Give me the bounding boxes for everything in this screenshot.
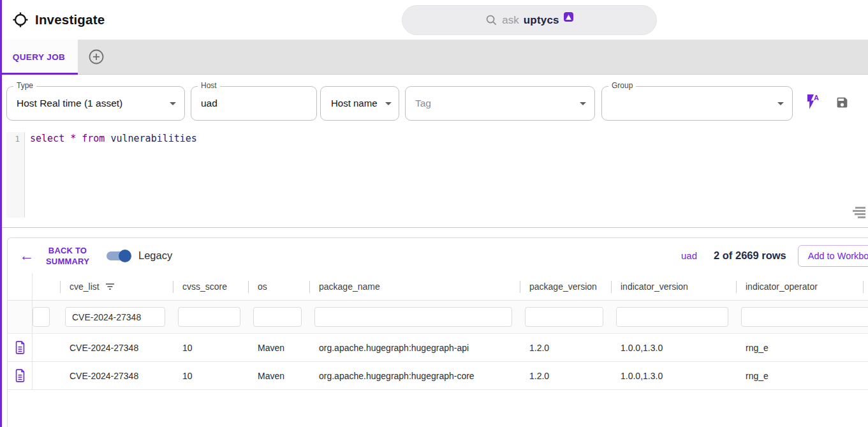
group-label: Group <box>608 81 636 90</box>
cell-indicator-operator: rng_e <box>736 343 868 353</box>
cell-cve-list: CVE-2024-27348 <box>60 371 173 381</box>
search-brand-text: uptycs <box>524 14 559 27</box>
column-header-indicator-operator[interactable]: indicator_operator <box>736 273 868 300</box>
column-header-package-version[interactable]: package_version <box>520 273 611 300</box>
table-row: CVE-2024-27348 10 Maven org.apache.hugeg… <box>8 334 868 362</box>
column-label: cve_list <box>70 281 99 292</box>
cell-cve-list: CVE-2024-27348 <box>60 343 173 353</box>
cell-cvss-score: 10 <box>173 371 248 381</box>
column-label: package_name <box>319 281 380 292</box>
chevron-down-icon <box>580 102 586 105</box>
cell-indicator-operator: rng_e <box>736 371 868 381</box>
chevron-down-icon <box>777 102 784 105</box>
tab-bar: QUERY JOB <box>0 40 868 75</box>
host-input[interactable]: Host uad <box>191 86 317 121</box>
row-detail-document-icon[interactable] <box>10 366 29 386</box>
back-link-line1: BACK TO <box>43 245 92 256</box>
sql-identifier: vulnerabilities <box>110 133 196 144</box>
cell-package-name: org.apache.hugegraph:hugegraph-api <box>309 343 520 353</box>
back-to-summary-link[interactable]: BACK TO SUMMARY <box>43 245 92 267</box>
column-header-cve-list[interactable]: cve_list <box>60 273 173 300</box>
group-select[interactable]: Group <box>601 86 793 121</box>
query-filters: Type Host Real time (1 asset) Host uad H… <box>0 75 868 124</box>
table-filter-row <box>8 301 868 334</box>
sql-code-line[interactable]: select * from vulnerabilities <box>30 133 197 144</box>
column-header-os[interactable]: os <box>248 273 309 300</box>
cell-indicator-version: 1.0.0,1.3.0 <box>611 343 736 353</box>
chevron-down-icon <box>385 102 392 105</box>
editor-resize-handle-icon[interactable] <box>851 207 865 220</box>
host-name-select[interactable]: Host name <box>320 86 399 121</box>
editor-gutter: 1 <box>6 132 25 218</box>
results-toolbar: ← BACK TO SUMMARY Legacy uad 2 of 2669 r… <box>8 238 868 273</box>
investigate-icon <box>12 11 29 28</box>
back-arrow-icon[interactable]: ← <box>19 248 34 263</box>
filter-lines-icon[interactable] <box>105 283 115 290</box>
package-name-filter-input[interactable] <box>314 307 512 327</box>
tab-query-job[interactable]: QUERY JOB <box>0 40 78 74</box>
sql-keyword: from <box>82 133 105 144</box>
cell-indicator-version: 1.0.0,1.3.0 <box>611 371 736 381</box>
legacy-toggle[interactable] <box>107 250 131 262</box>
row-count: 2 of 2669 rows <box>714 250 786 262</box>
back-link-line2: SUMMARY <box>43 256 92 267</box>
column-label: indicator_version <box>621 281 688 292</box>
host-label: Host <box>198 81 220 90</box>
column-header-cvss-score[interactable]: cvss_score <box>173 273 248 300</box>
uptycs-logo-icon <box>564 12 573 22</box>
cell-package-version: 1.2.0 <box>520 371 611 381</box>
cell-os: Maven <box>248 343 309 353</box>
ask-uptycs-search[interactable]: ask uptycs <box>402 5 657 35</box>
sql-keyword: select <box>30 133 64 144</box>
tag-select[interactable]: Tag <box>405 86 595 121</box>
investigate-page: Investigate ask uptycs QUERY JOB Type <box>0 0 868 427</box>
column-header-indicator-version[interactable]: indicator_version <box>611 273 736 300</box>
column-label: package_version <box>529 281 597 292</box>
type-label: Type <box>13 81 36 90</box>
sql-operator: * <box>70 133 76 144</box>
add-to-workbook-button[interactable]: Add to Workbook <box>798 245 868 267</box>
search-icon <box>485 14 497 26</box>
cell-package-name: org.apache.hugegraph:hugegraph-core <box>309 371 520 381</box>
add-tab-icon[interactable] <box>88 49 105 65</box>
cve-list-filter-input[interactable] <box>65 307 165 327</box>
legacy-toggle-label: Legacy <box>138 250 172 262</box>
cell-os: Maven <box>248 371 309 381</box>
line-number: 1 <box>15 134 20 144</box>
indicator-version-filter-input[interactable] <box>616 307 728 327</box>
indicator-operator-filter-input[interactable] <box>741 307 868 327</box>
results-toolbar-right: uad 2 of 2669 rows Add to Workbook <box>681 238 868 273</box>
os-filter-input[interactable] <box>253 307 302 327</box>
row-detail-document-icon[interactable] <box>10 338 29 357</box>
toggle-knob <box>119 250 131 262</box>
column-label: cvss_score <box>182 281 227 292</box>
asset-link[interactable]: uad <box>681 250 697 261</box>
host-value: uad <box>191 87 316 120</box>
cvss-score-filter-input[interactable] <box>178 307 240 327</box>
results-card: ← BACK TO SUMMARY Legacy uad 2 of 2669 r… <box>7 237 868 427</box>
column-header-package-name[interactable]: package_name <box>309 273 520 300</box>
spacer-filter-input[interactable] <box>33 307 50 327</box>
detail-column-filter <box>8 301 33 333</box>
detail-column-header <box>8 273 33 300</box>
type-select[interactable]: Type Host Real time (1 asset) <box>6 86 185 121</box>
sql-editor[interactable]: 1 select * from vulnerabilities <box>0 124 868 228</box>
table-row: CVE-2024-27348 10 Maven org.apache.hugeg… <box>8 362 868 390</box>
svg-text:A: A <box>814 94 819 101</box>
column-label: os <box>258 281 267 292</box>
page-title: Investigate <box>35 12 105 27</box>
chevron-down-icon <box>170 102 176 105</box>
tag-placeholder: Tag <box>406 87 594 120</box>
app-header: Investigate ask uptycs <box>0 0 868 40</box>
search-placeholder-prefix: ask <box>502 14 519 27</box>
table-header-row: cve_list cvss_score os package_name pack… <box>8 273 868 301</box>
package-version-filter-input[interactable] <box>525 307 603 327</box>
accent-edge-strip <box>0 0 2 427</box>
flash-auto-run-icon[interactable]: A <box>803 94 821 112</box>
type-value: Host Real time (1 asset) <box>7 87 184 120</box>
cell-package-version: 1.2.0 <box>520 343 611 353</box>
save-icon[interactable] <box>835 96 849 111</box>
column-label: indicator_operator <box>746 281 818 292</box>
cell-cvss-score: 10 <box>173 343 248 353</box>
